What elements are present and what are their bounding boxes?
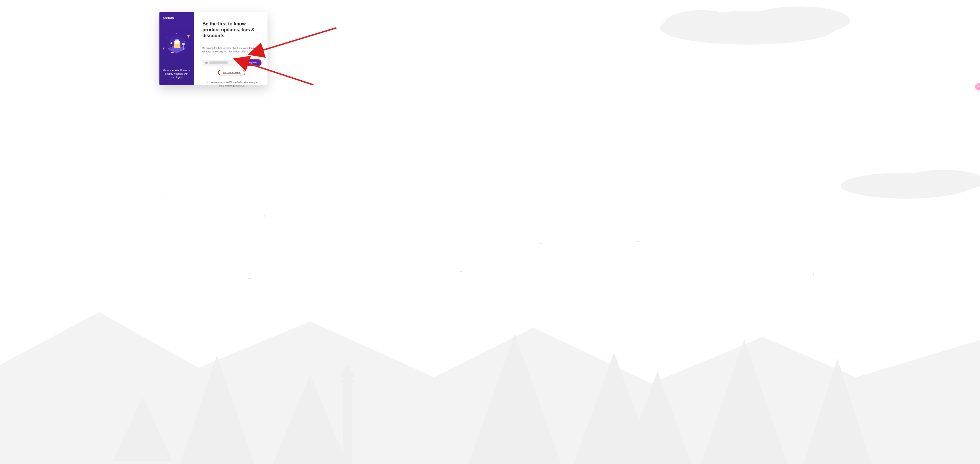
illustration	[163, 24, 191, 65]
email-row: ████████████ Sign Up	[202, 60, 261, 66]
svg-rect-30	[171, 47, 172, 49]
svg-marker-5	[574, 352, 654, 464]
svg-marker-0	[0, 312, 980, 464]
modal-description: Be among the first to know about our lat…	[202, 46, 261, 54]
modal-right-panel: Be the first to know product updates, ti…	[194, 12, 267, 85]
svg-rect-9	[343, 377, 352, 464]
modal-left-panel: premio	[159, 12, 194, 85]
logo-text: premio	[163, 16, 174, 20]
email-input[interactable]: ████████████	[202, 60, 244, 66]
background-landscape	[0, 0, 980, 464]
svg-rect-26	[183, 45, 184, 50]
svg-rect-31	[172, 47, 172, 49]
svg-point-28	[170, 42, 172, 44]
fab-icon: ✦	[977, 85, 980, 88]
svg-rect-12	[342, 395, 353, 398]
signup-button[interactable]: Sign Up	[245, 60, 261, 66]
heading-divider	[202, 41, 213, 42]
svg-marker-1	[180, 356, 254, 464]
svg-point-17	[901, 170, 980, 192]
svg-rect-11	[341, 380, 354, 383]
fine-print: You can remove yourself from the list wh…	[202, 81, 261, 88]
svg-rect-27	[182, 43, 185, 45]
svg-marker-6	[701, 340, 788, 464]
svg-marker-7	[623, 371, 692, 464]
modal-heading: Be the first to know product updates, ti…	[202, 21, 261, 39]
svg-point-16	[841, 173, 971, 199]
svg-marker-4	[468, 334, 561, 464]
skip-row: No, I will do it later	[202, 69, 261, 75]
floating-action-button[interactable]: ✦	[975, 83, 980, 90]
svg-rect-23	[175, 40, 178, 44]
svg-point-15	[748, 6, 850, 34]
svg-marker-10	[339, 364, 356, 377]
svg-rect-25	[176, 41, 178, 41]
premio-logo: premio	[163, 16, 174, 20]
left-tagline: Grow your WordPress or Shopify websites …	[163, 69, 191, 81]
svg-marker-3	[113, 397, 172, 461]
mail-icon	[205, 61, 208, 64]
svg-point-14	[664, 10, 739, 36]
newsletter-modal: premio	[159, 12, 267, 85]
svg-marker-20	[172, 48, 181, 50]
svg-rect-29	[171, 44, 172, 47]
svg-marker-2	[273, 374, 347, 464]
svg-marker-8	[803, 359, 872, 464]
svg-line-38	[261, 28, 336, 51]
email-value: ████████████	[209, 61, 228, 64]
skip-link[interactable]: No, I will do it later	[219, 70, 245, 75]
svg-point-13	[660, 11, 836, 45]
